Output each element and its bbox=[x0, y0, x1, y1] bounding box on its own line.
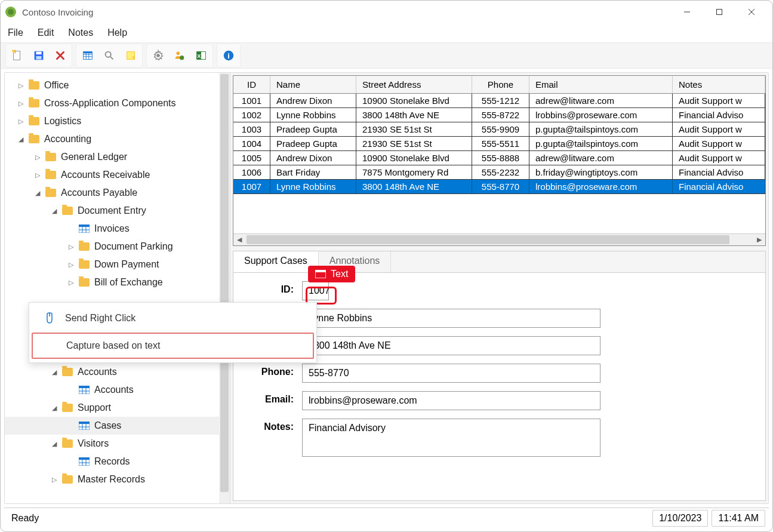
tree-item-invoices[interactable]: Invoices bbox=[5, 220, 230, 238]
collapse-icon[interactable]: ◢ bbox=[50, 404, 58, 412]
grid-hscroll[interactable]: ◀ ▶ bbox=[233, 233, 765, 245]
expand-icon[interactable]: ▷ bbox=[17, 118, 25, 125]
tree-item-support[interactable]: ◢Support bbox=[5, 399, 230, 417]
tree-item-records[interactable]: Records bbox=[5, 453, 230, 471]
close-button[interactable] bbox=[743, 3, 760, 21]
col-header-street[interactable]: Street Address bbox=[356, 76, 472, 93]
save-button[interactable] bbox=[30, 47, 48, 64]
scrollbar-thumb[interactable] bbox=[247, 235, 729, 244]
expand-icon[interactable]: ▷ bbox=[67, 261, 75, 269]
table-row[interactable]: 1005Andrew Dixon10900 Stonelake Blvd555-… bbox=[233, 151, 765, 165]
expand-icon[interactable]: ▷ bbox=[17, 100, 25, 107]
label: Down Payment bbox=[94, 259, 159, 270]
col-header-email[interactable]: Email bbox=[529, 76, 673, 93]
tree-scrollbar[interactable] bbox=[219, 73, 230, 503]
tree-item-cross-app[interactable]: ▷Cross-Application Components bbox=[5, 94, 230, 112]
label: Bill of Exchange bbox=[94, 277, 163, 288]
users-button[interactable] bbox=[171, 47, 189, 64]
input-phone[interactable]: 555-8770 bbox=[302, 364, 600, 383]
input-name[interactable]: Lynne Robbins bbox=[302, 309, 600, 328]
ctx-capture-based-on-text[interactable]: Capture based on text bbox=[32, 333, 314, 359]
expand-icon[interactable]: ▷ bbox=[33, 153, 42, 161]
tree-item-accounts-receivable[interactable]: ▷Accounts Receivable bbox=[5, 166, 230, 184]
tree-item-cases[interactable]: Cases bbox=[5, 417, 230, 435]
scroll-left-icon[interactable]: ◀ bbox=[233, 234, 245, 245]
ctx-label: Capture based on text bbox=[66, 340, 160, 351]
svg-rect-1 bbox=[717, 10, 722, 15]
overlay-text-badge[interactable]: Text bbox=[308, 266, 355, 282]
label: Document Entry bbox=[78, 205, 146, 216]
collapse-icon[interactable]: ◢ bbox=[50, 207, 58, 215]
folder-icon bbox=[29, 135, 39, 143]
search-button[interactable] bbox=[100, 47, 118, 64]
tab-support-cases[interactable]: Support Cases bbox=[233, 251, 319, 272]
tree-item-document-entry[interactable]: ◢Document Entry bbox=[5, 202, 230, 220]
tree-item-visitors[interactable]: ◢Visitors bbox=[5, 435, 230, 453]
folder-icon bbox=[79, 278, 90, 287]
ctx-send-right-click[interactable]: Send Right Click bbox=[29, 305, 316, 331]
cell-notes: Financial Adviso bbox=[673, 108, 765, 122]
tree-content[interactable]: ▷Office ▷Cross-Application Components ▷L… bbox=[5, 73, 230, 503]
tree-item-general-ledger[interactable]: ▷General Ledger bbox=[5, 148, 230, 166]
svg-rect-16 bbox=[84, 52, 93, 54]
minimize-button[interactable] bbox=[678, 3, 696, 21]
new-button[interactable] bbox=[8, 47, 26, 64]
scroll-right-icon[interactable]: ▶ bbox=[753, 234, 765, 245]
tree-item-accounting[interactable]: ◢Accounting bbox=[5, 130, 230, 148]
menu-help[interactable]: Help bbox=[107, 27, 127, 38]
tree-item-accounts[interactable]: ◢Accounts bbox=[5, 363, 230, 381]
expand-icon[interactable]: ▷ bbox=[67, 279, 75, 287]
tree-item-office[interactable]: ▷Office bbox=[5, 76, 230, 94]
input-street[interactable]: 3800 148th Ave NE bbox=[302, 336, 600, 355]
tree-item-master-records[interactable]: ▷Master Records bbox=[5, 471, 230, 488]
tree-item-accounts-leaf[interactable]: Accounts bbox=[5, 381, 230, 399]
label: Office bbox=[44, 80, 69, 91]
scrollbar-thumb[interactable] bbox=[220, 74, 229, 492]
settings-button[interactable] bbox=[149, 47, 167, 64]
maximize-button[interactable] bbox=[710, 3, 728, 21]
table-row[interactable]: 1002Lynne Robbins3800 148th Ave NE555-87… bbox=[233, 108, 765, 122]
table-row[interactable]: 1007Lynne Robbins3800 148th Ave NE555-87… bbox=[233, 180, 765, 194]
col-header-phone[interactable]: Phone bbox=[472, 76, 529, 93]
tree-item-accounts-payable[interactable]: ◢Accounts Payable bbox=[5, 184, 230, 202]
tree-item-down-payment[interactable]: ▷Down Payment bbox=[5, 256, 230, 273]
col-header-name[interactable]: Name bbox=[270, 76, 356, 93]
collapse-icon[interactable]: ◢ bbox=[17, 136, 25, 143]
collapse-icon[interactable]: ◢ bbox=[50, 440, 58, 448]
expand-icon[interactable]: ▷ bbox=[67, 243, 75, 251]
table-icon bbox=[79, 422, 90, 430]
folder-icon bbox=[45, 189, 56, 197]
input-email[interactable]: lrobbins@proseware.com bbox=[302, 391, 600, 410]
delete-button[interactable] bbox=[51, 47, 69, 64]
col-header-id[interactable]: ID bbox=[233, 76, 270, 93]
menu-notes[interactable]: Notes bbox=[68, 27, 93, 38]
table-row[interactable]: 1001Andrew Dixon10900 Stonelake Blvd555-… bbox=[233, 94, 765, 108]
input-notes[interactable]: Financial Advisory bbox=[302, 419, 600, 457]
expand-icon[interactable]: ▷ bbox=[33, 171, 42, 179]
svg-rect-44 bbox=[79, 457, 90, 460]
collapse-icon[interactable]: ◢ bbox=[50, 368, 58, 376]
collapse-icon[interactable]: ◢ bbox=[33, 189, 42, 197]
tree-item-logistics[interactable]: ▷Logistics bbox=[5, 112, 230, 130]
col-header-notes[interactable]: Notes bbox=[673, 76, 765, 93]
note-button[interactable] bbox=[122, 47, 140, 64]
menu-edit[interactable]: Edit bbox=[38, 27, 54, 38]
right-pane: ID Name Street Address Phone Email Notes… bbox=[230, 73, 768, 503]
expand-icon[interactable]: ▷ bbox=[17, 82, 25, 90]
tree-item-document-parking[interactable]: ▷Document Parking bbox=[5, 238, 230, 256]
menu-file[interactable]: File bbox=[8, 27, 23, 38]
excel-button[interactable]: X bbox=[192, 47, 210, 64]
table-row[interactable]: 1003Pradeep Gupta21930 SE 51st St555-990… bbox=[233, 122, 765, 137]
cell-name: Andrew Dixon bbox=[270, 94, 356, 107]
info-button[interactable]: i bbox=[220, 47, 238, 64]
grid-button[interactable] bbox=[79, 47, 97, 64]
cell-phone: 555-2232 bbox=[472, 165, 529, 179]
input-id[interactable]: 1007 bbox=[302, 281, 329, 300]
cell-phone: 555-9909 bbox=[472, 122, 529, 136]
tree-item-bill-of-exchange[interactable]: ▷Bill of Exchange bbox=[5, 273, 230, 291]
table-row[interactable]: 1006Bart Friday7875 Montgomery Rd555-223… bbox=[233, 165, 765, 180]
label: General Ledger bbox=[61, 152, 127, 162]
folder-icon bbox=[79, 242, 90, 251]
table-row[interactable]: 1004Pradeep Gupta21930 SE 51st St555-551… bbox=[233, 137, 765, 151]
expand-icon[interactable]: ▷ bbox=[50, 476, 58, 484]
